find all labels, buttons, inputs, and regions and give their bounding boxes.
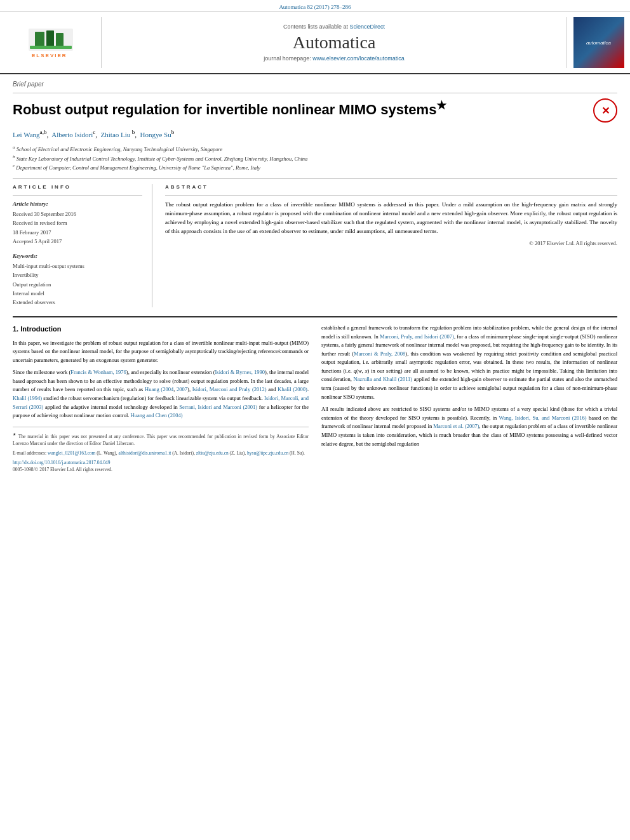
paper-title: Robust output regulation for invertible … bbox=[13, 98, 593, 119]
keyword-4: Internal model bbox=[13, 289, 142, 298]
email-lei-wang[interactable]: wanglei_0201@163.com bbox=[48, 450, 95, 456]
keywords-label: Keywords: bbox=[13, 253, 142, 259]
ref-wang-isidori-su-marconi[interactable]: Wang, Isidori, Su, and Marconi (2016) bbox=[499, 415, 587, 421]
ref-marconi-praly-2008[interactable]: Marconi & Praly, 2008 bbox=[354, 350, 405, 357]
journal-cover-image: automatica bbox=[573, 17, 624, 68]
journal-citation: Automatica 82 (2017) 278–286 bbox=[279, 4, 351, 10]
body-left-column: 1. Introduction In this paper, we invest… bbox=[13, 324, 309, 474]
article-dates: Received 30 September 2016 Received in r… bbox=[13, 210, 142, 246]
publisher-logo-area: ELSEVIER bbox=[0, 17, 102, 68]
science-direct-line: Contents lists available at ScienceDirec… bbox=[283, 23, 385, 30]
article-info-heading: ARTICLE INFO bbox=[13, 184, 142, 190]
journal-citation-bar: Automatica 82 (2017) 278–286 bbox=[0, 0, 630, 11]
article-history-label: Article history: bbox=[13, 201, 142, 207]
keyword-5: Extended observers bbox=[13, 298, 142, 307]
affiliations-list: a School of Electrical and Electronic En… bbox=[13, 144, 617, 172]
svg-rect-5 bbox=[30, 46, 72, 49]
ref-nazrulla-khalil[interactable]: Nazrulla and Khalil (2011) bbox=[353, 376, 412, 382]
body-right-column: established a general framework to trans… bbox=[321, 324, 617, 474]
email-su[interactable]: hysu@iipc.zju.edu.cn bbox=[247, 450, 288, 456]
keyword-1: Multi-input multi-output systems bbox=[13, 262, 142, 270]
journal-header: ELSEVIER Contents lists available at Sci… bbox=[0, 11, 630, 74]
paper-type-label: Brief paper bbox=[13, 81, 617, 88]
affiliation-a: a School of Electrical and Electronic En… bbox=[13, 144, 617, 154]
ref-isidori-byrnes[interactable]: Isidori & Byrnes, 1990 bbox=[215, 369, 265, 375]
journal-title: Automatica bbox=[293, 32, 376, 53]
footnote-doi: http://dx.doi.org/10.1016/j.automatica.2… bbox=[13, 459, 309, 466]
science-direct-link[interactable]: ScienceDirect bbox=[350, 23, 385, 30]
elsevier-tree-icon: ELSEVIER bbox=[22, 25, 79, 60]
revised-date: 18 February 2017 bbox=[13, 228, 142, 237]
body-two-column: 1. Introduction In this paper, we invest… bbox=[13, 324, 617, 474]
svg-rect-3 bbox=[46, 30, 54, 48]
journal-title-area: Contents lists available at ScienceDirec… bbox=[102, 17, 566, 68]
main-content: Brief paper Robust output regulation for… bbox=[0, 74, 630, 480]
email-isidori[interactable]: althisidori@dis.uniroma1.it bbox=[119, 450, 171, 456]
ref-marconi-praly-isidori[interactable]: Marconi, Praly, and Isidori (2007) bbox=[380, 333, 454, 340]
keyword-3: Output regulation bbox=[13, 280, 142, 289]
keyword-2: Invertibility bbox=[13, 270, 142, 279]
homepage-label: journal homepage: bbox=[264, 55, 311, 62]
abstract-column: ABSTRACT The robust output regulation pr… bbox=[165, 184, 617, 307]
author-alberto-isidori[interactable]: Alberto Isidori bbox=[51, 131, 93, 138]
abstract-heading: ABSTRACT bbox=[165, 184, 617, 190]
article-info-column: ARTICLE INFO Article history: Received 3… bbox=[13, 184, 152, 307]
right-para-2: All results indicated above are restrict… bbox=[321, 405, 617, 448]
ref-khalil-1994[interactable]: Khalil (1994) bbox=[13, 395, 42, 401]
keywords-section: Keywords: Multi-input multi-output syste… bbox=[13, 253, 142, 307]
body-divider bbox=[13, 316, 617, 317]
author-zhitao-liu[interactable]: Zhitao Liu bbox=[101, 131, 131, 138]
ref-huang-chen-2004[interactable]: Huang and Chen (2004) bbox=[131, 412, 183, 418]
elsevier-logo: ELSEVIER bbox=[22, 25, 79, 60]
ref-huang-2004[interactable]: Huang (2004 bbox=[145, 386, 173, 392]
affiliation-b: b State Key Laboratory of Industrial Con… bbox=[13, 154, 617, 163]
footnote-issn: 0005-1098/© 2017 Elsevier Ltd. All right… bbox=[13, 466, 309, 473]
authors-list: Lei Wanga,b, Alberto Isidoric, Zhitao Li… bbox=[13, 128, 617, 140]
intro-para-2: Since the milestone work (Francis & Wonh… bbox=[13, 368, 309, 420]
footnote-divider bbox=[13, 427, 309, 427]
svg-text:ELSEVIER: ELSEVIER bbox=[32, 53, 67, 58]
intro-para-1: In this paper, we investigate the proble… bbox=[13, 339, 309, 365]
journal-homepage-line: journal homepage: www.elsevier.com/locat… bbox=[264, 55, 405, 62]
article-info-divider bbox=[13, 195, 142, 196]
crossmark-icon: ✕ bbox=[593, 98, 617, 123]
title-divider bbox=[13, 93, 617, 93]
info-abstract-divider bbox=[13, 178, 617, 179]
svg-rect-2 bbox=[35, 32, 44, 48]
author-hongye-su[interactable]: Hongye Su bbox=[140, 131, 171, 138]
ref-isidori-marcoli-serrari[interactable]: Isidori, Marcoli, and Serrari (2003) bbox=[13, 395, 309, 410]
ref-marconi-et-al[interactable]: Marconi et al. (2007) bbox=[433, 423, 479, 429]
abstract-divider bbox=[165, 195, 617, 196]
journal-cover-area: automatica bbox=[566, 17, 630, 68]
author-lei-wang[interactable]: Lei Wang bbox=[13, 131, 40, 138]
intro-section-title: 1. Introduction bbox=[13, 324, 309, 335]
ref-serrani-isidori-marconi[interactable]: Serrani, Isidori and Marconi (2001) bbox=[179, 404, 257, 410]
ref-khalil-2000[interactable]: Khalil (2000) bbox=[278, 386, 307, 392]
article-info-abstract-section: ARTICLE INFO Article history: Received 3… bbox=[13, 184, 617, 307]
email-label: E-mail addresses: bbox=[13, 450, 46, 456]
paper-title-row: Robust output regulation for invertible … bbox=[13, 98, 617, 123]
footnote-emails: E-mail addresses: wanglei_0201@163.com (… bbox=[13, 450, 309, 457]
right-para-1: established a general framework to trans… bbox=[321, 324, 617, 401]
abstract-text: The robust output regulation problem for… bbox=[165, 201, 617, 236]
ref-francis-wonham[interactable]: Francis & Wonham, 1976 bbox=[70, 369, 126, 375]
journal-homepage-link[interactable]: www.elsevier.com/locate/automatica bbox=[312, 55, 405, 62]
contents-label: Contents lists available at bbox=[283, 23, 348, 30]
svg-rect-4 bbox=[56, 33, 64, 48]
affiliation-c: c Department of Computer, Control and Ma… bbox=[13, 163, 617, 172]
received-date: Received 30 September 2016 bbox=[13, 210, 142, 218]
abstract-copyright: © 2017 Elsevier Ltd. All rights reserved… bbox=[165, 240, 617, 246]
footnote-star: ★ The material in this paper was not pre… bbox=[13, 431, 309, 447]
accepted-date: Accepted 5 April 2017 bbox=[13, 237, 142, 246]
revised-label: Received in revised form bbox=[13, 218, 142, 227]
ref-huang-2007[interactable]: 2007 bbox=[177, 386, 187, 392]
email-liu[interactable]: zltiu@zju.edu.cn bbox=[196, 450, 229, 456]
ref-isidori-marconi-praly[interactable]: Isidori, Marconi and Praly (2012) bbox=[192, 386, 267, 392]
doi-link[interactable]: http://dx.doi.org/10.1016/j.automatica.2… bbox=[13, 460, 110, 465]
